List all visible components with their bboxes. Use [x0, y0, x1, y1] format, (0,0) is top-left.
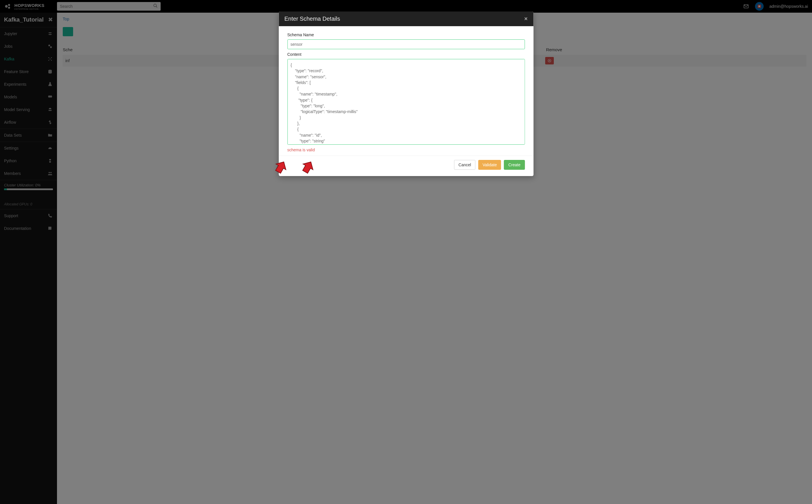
schema-name-label: Schema Name — [287, 33, 525, 37]
validate-button-label: Validate — [483, 163, 497, 167]
modal-title: Enter Schema Details — [284, 16, 340, 22]
content-textarea[interactable] — [287, 59, 525, 145]
close-icon[interactable]: × — [524, 16, 528, 22]
modal-body: Schema Name Content schema is valid — [279, 26, 533, 156]
validate-button[interactable]: Validate — [478, 160, 501, 170]
modal-footer: Cancel Validate Create — [279, 156, 533, 176]
schema-details-modal: Enter Schema Details × Schema Name Conte… — [279, 12, 533, 176]
create-button[interactable]: Create — [504, 160, 525, 170]
modal-header: Enter Schema Details × — [279, 12, 533, 26]
schema-name-input[interactable] — [287, 39, 525, 49]
content-label: Content — [287, 52, 525, 57]
cancel-button-label: Cancel — [459, 163, 471, 167]
create-button-label: Create — [508, 163, 521, 167]
validation-message: schema is valid — [287, 148, 525, 152]
cancel-button[interactable]: Cancel — [454, 160, 476, 170]
